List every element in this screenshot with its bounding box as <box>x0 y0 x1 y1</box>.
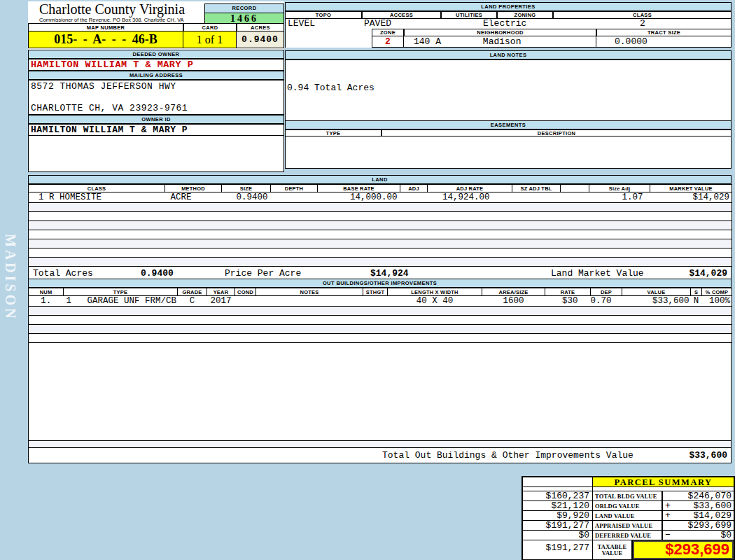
land-notes-panel: LAND NOTES 0.94 Total Acres <box>285 50 732 121</box>
land-col-size-adj: Size Adj <box>589 185 650 192</box>
ob-col-area-size: AREA/SIZE <box>482 288 545 296</box>
ob-length-width: 40 X 40 <box>388 296 482 307</box>
neighborhood-label: NEIGHBORHOOD <box>404 29 596 36</box>
land-properties-title: LAND PROPERTIES <box>285 2 732 11</box>
parcel-summary: PARCEL SUMMARY $160,237 TOTAL BLDG VALUE… <box>522 476 735 560</box>
land-adj <box>400 192 428 203</box>
ob-total-value: $33,600 <box>689 448 727 463</box>
label-land: LAND VALUE <box>593 511 663 521</box>
card-value: 1 of 1 <box>183 31 237 48</box>
op-deferred: − <box>663 531 675 540</box>
land-col-adj-rate: ADJ RATE <box>428 185 512 192</box>
zone-table: ZONE NEIGHBORHOOD TRACT SIZE 2 140 A Mad… <box>372 29 732 48</box>
topo-column-space <box>285 29 372 48</box>
land-size: 0.9400 <box>222 192 271 203</box>
ob-col-cond: COND <box>235 288 256 296</box>
county-title: Charlotte County Virginia <box>39 1 204 17</box>
county-subtitle: Commissioner of the Revenue, PO Box 308,… <box>39 17 204 23</box>
zone-label: ZONE <box>372 29 404 36</box>
deeded-owner-value: HAMILTON WILLIAM T & MARY P <box>28 59 284 71</box>
easement-description-label: DESCRIPTION <box>382 130 732 136</box>
ob-sthgt <box>363 296 388 307</box>
address-line-1: 8572 THOMAS JEFFERSON HWY <box>31 81 281 92</box>
value-total-bldg-wrap: $246,070 <box>663 491 734 501</box>
owner-panel: Charlotte County Virginia Commissioner o… <box>28 1 284 172</box>
op-obldg: + <box>663 501 675 510</box>
owner-id-value: HAMILTON WILLIAM T & MARY P <box>28 124 284 136</box>
ob-empty-row <box>29 334 732 343</box>
summary-row-taxable: $191,277 TAXABLE VALUE $293,699 <box>523 540 734 559</box>
easements-body <box>285 136 732 169</box>
summary-row-appraised: $191,277 APPRAISED VALUE $293,699 <box>523 521 734 531</box>
op-land: + <box>663 511 675 520</box>
district-watermark: MADISON <box>2 234 18 321</box>
ob-cond <box>235 296 256 307</box>
ob-rate: $30 <box>545 296 591 307</box>
easements-headers: TYPE DESCRIPTION <box>285 130 732 136</box>
land-col-blank <box>561 185 589 192</box>
ob-col-rate: RATE <box>545 288 591 296</box>
land-properties-panel: LAND PROPERTIES TOPO ACCESS UTILITIES ZO… <box>285 2 732 48</box>
owner-panel-empty-area <box>28 136 284 172</box>
ob-total-label: Total Out Buildings & Other Improvements… <box>382 448 634 463</box>
ob-empty-row <box>29 325 732 334</box>
property-record-card: MADISON Charlotte County Virginia Commis… <box>0 0 735 560</box>
ob-col-value: VALUE <box>622 288 691 296</box>
prior-deferred: $0 <box>523 531 593 540</box>
land-col-market-value: MARKET VALUE <box>650 185 732 192</box>
land-empty-row <box>29 203 732 212</box>
ob-dep: 0.70 <box>591 296 622 307</box>
ob-header-row: NUM TYPE GRADE YEAR COND NOTES STHGT LEN… <box>29 288 732 296</box>
summary-row-total-bldg: $160,237 TOTAL BLDG VALUE $246,070 <box>523 491 734 501</box>
ob-year: 2017 <box>207 296 235 307</box>
land-sz-adj-tbl <box>512 192 561 203</box>
ob-col-length-width: LENGTH X WIDTH <box>388 288 482 296</box>
ob-s: N <box>691 296 702 307</box>
out-buildings-stripe <box>28 440 732 447</box>
out-buildings-empty-area <box>28 343 732 440</box>
ob-pct-comp: 100% <box>702 296 732 307</box>
ob-col-notes: NOTES <box>256 288 363 296</box>
prior-total-bldg: $160,237 <box>523 491 593 501</box>
neighborhood-value: 140 A Madison <box>404 36 596 48</box>
land-properties-values: LEVEL PAVED Electric 2 <box>285 19 732 29</box>
ob-num: 1. <box>29 296 64 307</box>
out-buildings-table: NUM TYPE GRADE YEAR COND NOTES STHGT LEN… <box>28 288 732 343</box>
mailing-address-label: MAILING ADDRESS <box>28 71 284 80</box>
land-empty-row <box>29 258 732 267</box>
tract-size-value: 0.0000 <box>596 36 732 48</box>
ob-empty-row <box>29 307 732 316</box>
prior-appraised: $191,277 <box>523 521 593 531</box>
land-col-depth: DEPTH <box>271 185 318 192</box>
access-value: PAVED <box>364 19 391 29</box>
card-label: CARD <box>183 23 237 31</box>
ob-grade: C <box>178 296 207 307</box>
ob-type: 1 GARAGE UNF FRM/CB <box>64 296 178 307</box>
value-land: $14,029 <box>675 511 734 520</box>
label-taxable: TAXABLE VALUE <box>593 540 633 559</box>
zone-value: 2 <box>372 36 404 48</box>
ob-area-size: 1600 <box>482 296 545 307</box>
label-deferred: DEFERRED VALUE <box>593 531 663 540</box>
value-obldg: $33,600 <box>675 501 734 510</box>
land-size-adj: 1.07 <box>589 192 650 203</box>
land-col-class: CLASS <box>29 185 165 192</box>
parcel-summary-header-spacer <box>523 477 593 487</box>
land-row: 1 R HOMESITE ACRE 0.9400 14,000.00 14,92… <box>29 192 732 203</box>
land-blank <box>561 192 589 203</box>
utilities-value: Electric <box>483 19 526 29</box>
land-method: ACRE <box>165 192 222 203</box>
land-table: CLASS METHOD SIZE DEPTH BASE RATE ADJ AD… <box>28 184 732 267</box>
op-total-bldg <box>663 491 675 500</box>
value-appraised: $293,699 <box>675 521 734 530</box>
label-appraised: APPRAISED VALUE <box>593 521 663 531</box>
value-deferred: $0 <box>675 531 734 540</box>
land-notes-body: 0.94 Total Acres <box>285 59 732 121</box>
ob-col-dep: DEP <box>591 288 622 296</box>
mailing-address-box: 8572 THOMAS JEFFERSON HWY CHARLOTTE CH, … <box>28 80 284 115</box>
deeded-owner-label: DEEDED OWNER <box>28 50 284 59</box>
land-col-size: SIZE <box>222 185 271 192</box>
record-block: RECORD 1466 <box>204 4 284 23</box>
ob-col-type: TYPE <box>64 288 178 296</box>
value-land-wrap: + $14,029 <box>663 511 734 521</box>
